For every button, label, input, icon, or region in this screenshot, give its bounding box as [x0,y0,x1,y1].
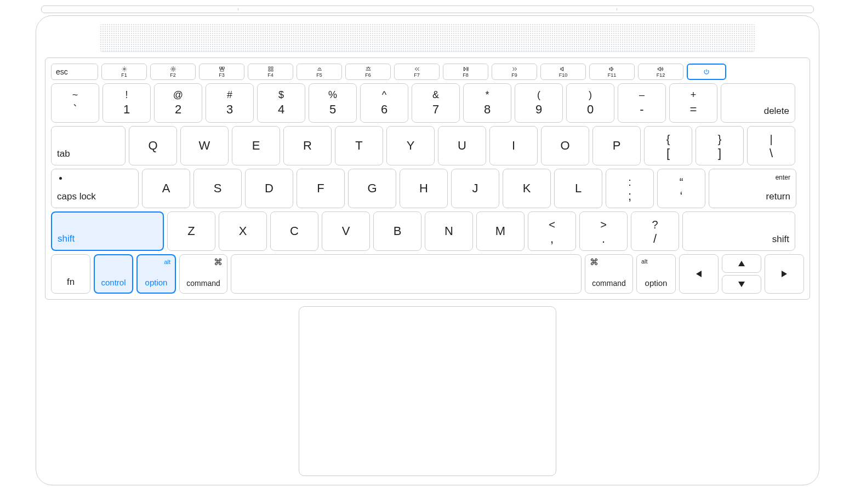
f-key[interactable]: F [297,169,345,208]
t-key[interactable]: T [335,126,383,165]
a-key[interactable]: A [142,169,190,208]
semicolon-key[interactable]: :; [606,169,654,208]
alt-label-right: alt [641,258,648,265]
j-key[interactable]: J [451,169,499,208]
svg-line-17 [174,67,175,67]
shift-left-key[interactable]: shift [51,211,164,251]
option-right-key[interactable]: alt option [636,254,676,294]
svg-rect-18 [219,67,221,69]
f4-key[interactable]: F4 [248,64,293,80]
key-4[interactable]: $4 [257,83,305,123]
u-key[interactable]: U [438,126,486,165]
period-key[interactable]: >. [579,211,628,251]
z-key[interactable]: Z [167,211,215,251]
key-9[interactable]: (9 [515,83,563,123]
h-key[interactable]: H [400,169,448,208]
f9-key[interactable]: F9 [492,64,537,80]
grave-key[interactable]: ~` [51,83,99,123]
key-5[interactable]: %5 [309,83,357,123]
control-left-key[interactable]: control [94,254,133,294]
svg-rect-21 [269,67,270,68]
quote-key[interactable]: “‘ [657,169,705,208]
spacebar-key[interactable] [231,254,582,294]
f12-key[interactable]: F12 [638,64,683,80]
svg-rect-23 [269,70,270,71]
key-7[interactable]: &7 [412,83,460,123]
f10-key[interactable]: F10 [540,64,586,80]
backslash-key[interactable]: |\ [747,126,795,165]
command-label-right: command [585,279,632,288]
key-1[interactable]: !1 [102,83,151,123]
left-bracket-key[interactable]: {[ [644,126,692,165]
arrow-down-key[interactable] [722,275,761,294]
key-6[interactable]: ^6 [360,83,408,123]
option-left-key[interactable]: alt option [136,254,176,294]
f2-key[interactable]: F2 [150,64,196,80]
fn-key[interactable]: fn [51,254,90,294]
tab-key[interactable]: tab [51,126,126,165]
key-3[interactable]: #3 [206,83,254,123]
l-key[interactable]: L [554,169,602,208]
f1-key[interactable]: F1 [101,64,147,80]
c-key[interactable]: C [270,211,318,251]
right-bracket-key[interactable]: }] [696,126,744,165]
trackpad[interactable] [299,306,556,476]
w-key[interactable]: W [180,126,229,165]
e-key[interactable]: E [232,126,280,165]
comma-key[interactable]: <, [528,211,576,251]
arrow-right-key[interactable] [765,254,804,294]
equals-key[interactable]: += [669,83,717,123]
s-key[interactable]: S [193,169,242,208]
mission-control-icon [219,66,225,72]
slash-key[interactable]: ?/ [631,211,679,251]
laptop-hinge [41,5,814,13]
x-key[interactable]: X [219,211,267,251]
q-key[interactable]: Q [129,126,177,165]
r-key[interactable]: R [283,126,332,165]
key-8[interactable]: *8 [463,83,511,123]
media-forward-icon [511,66,518,72]
minus-key[interactable]: –- [618,83,666,123]
key-2[interactable]: @2 [154,83,202,123]
media-rewind-icon [414,66,420,72]
m-key[interactable]: M [476,211,525,251]
command-left-key[interactable]: ⌘ command [179,254,227,294]
brightness-up-icon [170,66,176,72]
key-0[interactable]: )0 [566,83,614,123]
launchpad-icon [267,66,274,72]
arrow-right-icon [782,271,787,277]
f6-key[interactable]: F6 [345,64,391,80]
f7-key[interactable]: F7 [394,64,440,80]
esc-key[interactable]: esc [51,64,98,80]
power-key[interactable] [687,64,726,80]
svg-line-6 [126,71,126,71]
g-key[interactable]: G [348,169,396,208]
delete-key[interactable]: delete [721,83,795,123]
y-key[interactable]: Y [386,126,435,165]
svg-rect-24 [271,70,273,71]
power-icon [703,68,710,75]
f8-label: F8 [463,73,469,78]
p-key[interactable]: P [592,126,641,165]
f3-key[interactable]: F3 [199,64,244,80]
d-key[interactable]: D [245,169,293,208]
i-key[interactable]: I [489,126,538,165]
shift-right-key[interactable]: shift [682,211,795,251]
arrow-up-key[interactable] [722,254,761,273]
v-key[interactable]: V [322,211,370,251]
f5-key[interactable]: F5 [297,64,342,80]
f11-key[interactable]: F11 [589,64,635,80]
o-key[interactable]: O [541,126,589,165]
keyboard: esc F1 F2 [51,64,804,294]
svg-line-8 [126,67,126,68]
return-key[interactable]: enter return [709,169,796,208]
f8-key[interactable]: F8 [443,64,488,80]
arrow-left-key[interactable] [679,254,719,294]
command-right-key[interactable]: ⌘ command [585,254,633,294]
function-row: esc F1 F2 [51,64,804,80]
capslock-key[interactable]: caps lock [51,169,139,208]
k-key[interactable]: K [503,169,551,208]
n-key[interactable]: N [425,211,473,251]
b-key[interactable]: B [373,211,421,251]
svg-line-15 [174,71,175,71]
